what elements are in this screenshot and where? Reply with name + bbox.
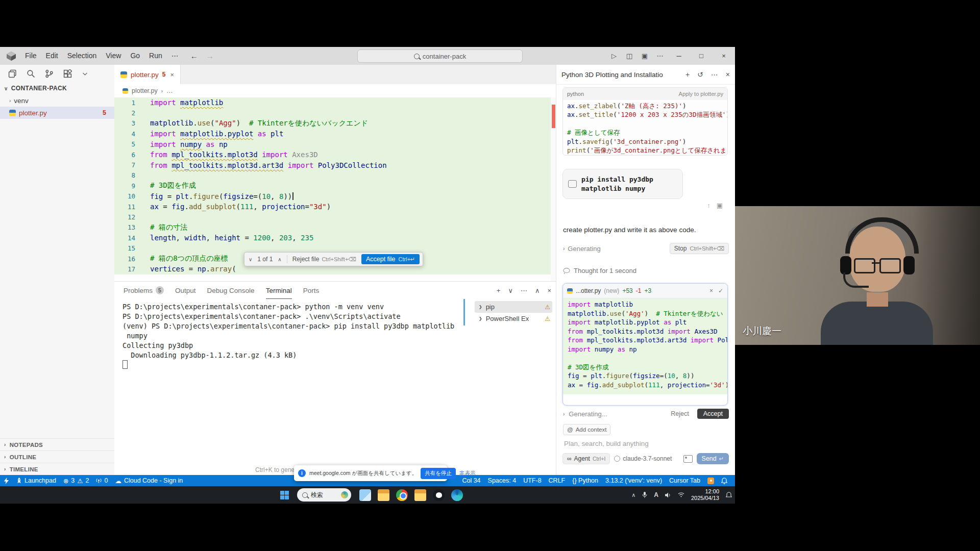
menu-item-[interactable]: ⋯ [167, 47, 183, 65]
add-context-chip[interactable]: @ Add context [563, 424, 610, 435]
chat-command-block[interactable]: pip install py3dbp matplotlib numpy [562, 169, 683, 199]
cloud-code-status[interactable]: ☁ Cloud Code - Sign in [111, 475, 186, 486]
menu-item-file[interactable]: File [20, 47, 41, 65]
edge-icon[interactable] [451, 489, 463, 501]
launchpad-status[interactable]: Launchpad [13, 475, 60, 486]
stop-button[interactable]: Stop Ctrl+Shift+⌫ [670, 243, 729, 254]
ime-mode[interactable]: A [654, 491, 658, 498]
sidebar-section-notepads[interactable]: ›NOTEPADS [0, 438, 114, 450]
reject-button[interactable]: Reject [667, 409, 693, 419]
code-line[interactable]: 11ax = fig.add_subplot(111, projection="… [114, 202, 556, 212]
terminal-output[interactable]: PS D:\projects\experimentals\contaner-pa… [122, 302, 467, 465]
code-line[interactable]: 3matplotlib.use("Agg") # Tkinterを使わないバック… [114, 118, 556, 129]
panel-tab-ports[interactable]: Ports [303, 282, 320, 299]
line-number[interactable]: 11 [114, 203, 135, 211]
tree-item-venv[interactable]: › venv [0, 94, 114, 107]
panel-tab-debug-console[interactable]: Debug Console [207, 282, 255, 299]
close-panel-icon[interactable]: × [547, 287, 551, 294]
line-number[interactable]: 15 [114, 244, 135, 252]
hide-banner-link[interactable]: 非表示 [459, 470, 476, 477]
extensions-icon[interactable] [63, 69, 72, 78]
line-number[interactable]: 5 [114, 140, 135, 148]
terminal-session-pip[interactable]: ❯pip⚠ [475, 301, 552, 313]
code-line[interactable]: 7from mpl_toolkits.mplot3d.art3d import … [114, 160, 556, 170]
menu-item-edit[interactable]: Edit [41, 47, 63, 65]
explorer-icon[interactable] [8, 69, 17, 78]
search-icon[interactable] [27, 69, 35, 78]
explorer-section-header[interactable]: ∨ CONTANER-PACK [0, 82, 114, 94]
encoding[interactable]: UTF-8 [520, 475, 545, 486]
accept-button[interactable]: Accept [697, 409, 729, 419]
folder-icon[interactable] [414, 489, 426, 501]
ports-status[interactable]: 0 [92, 475, 111, 486]
maximize-panel-icon[interactable]: ∧ [535, 287, 540, 294]
line-number[interactable]: 12 [114, 213, 135, 221]
line-number[interactable]: 10 [114, 192, 135, 200]
more-actions-icon[interactable]: ⋯ [711, 70, 718, 79]
diff-code-body[interactable]: import matplotlibmatplotlib.use('Agg') #… [563, 298, 727, 394]
tray-chevron-icon[interactable]: ∧ [631, 492, 635, 498]
layout-action-icon-2[interactable]: ▣ [637, 52, 652, 60]
notifications[interactable] [718, 475, 731, 486]
menu-item-view[interactable]: View [101, 47, 126, 65]
chat-input[interactable] [563, 437, 728, 449]
close-chat-icon[interactable]: × [726, 70, 730, 79]
pin-status[interactable] [704, 475, 718, 486]
line-number[interactable]: 8 [114, 171, 135, 179]
taskbar-search[interactable]: 検索 [297, 488, 351, 502]
nav-forward-icon[interactable]: → [206, 52, 214, 60]
sidebar-section-timeline[interactable]: ›TIMELINE [0, 463, 114, 475]
line-number[interactable]: 3 [114, 119, 135, 127]
code-line[interactable]: 13# 箱の寸法 [114, 222, 556, 233]
diff-reject-icon[interactable]: × [709, 287, 713, 294]
code-line[interactable]: 4import matplotlib.pyplot as plt [114, 129, 556, 139]
line-number[interactable]: 16 [114, 255, 135, 263]
chevron-down-icon[interactable] [82, 70, 88, 77]
taskbar-clock[interactable]: 12:00 2025/04/13 [691, 488, 719, 502]
line-number[interactable]: 4 [114, 130, 135, 138]
tab-plotter[interactable]: plotter.py 5 × [114, 65, 181, 84]
github-icon[interactable] [433, 489, 445, 501]
start-button[interactable] [280, 491, 289, 499]
task-view-icon[interactable] [359, 489, 371, 501]
source-control-icon[interactable] [45, 69, 54, 78]
model-selector[interactable]: claude-3.7-sonnet [614, 455, 672, 462]
maximize-button[interactable]: □ [690, 47, 713, 65]
diff-file-name[interactable]: ...otter.py [576, 287, 601, 294]
stop-sharing-button[interactable]: 共有を停止 [421, 468, 456, 479]
panel-tab-problems[interactable]: Problems5 [124, 282, 164, 299]
line-number[interactable]: 9 [114, 182, 135, 190]
send-button[interactable]: Send ↵ [697, 453, 729, 464]
more-actions-icon[interactable]: ⋯ [521, 287, 527, 294]
agent-mode-selector[interactable]: ∞ Agent Ctrl+I [562, 453, 610, 464]
code-line[interactable]: 6from mpl_toolkits.mplot3d import Axes3D [114, 149, 556, 160]
line-number[interactable]: 1 [114, 99, 135, 107]
speaker-icon[interactable] [665, 492, 671, 498]
code-line[interactable]: 14length, width, height = 1200, 203, 235 [114, 233, 556, 243]
code-line[interactable]: 2 [114, 108, 556, 118]
terminal-profile-chevron-icon[interactable]: ∨ [508, 287, 513, 294]
menu-item-go[interactable]: Go [126, 47, 144, 65]
line-number[interactable]: 13 [114, 223, 135, 231]
nav-back-icon[interactable]: ← [190, 52, 198, 60]
problems-status[interactable]: ⊗ 3 ⚠ 2 [60, 475, 93, 486]
line-number[interactable]: 17 [114, 265, 135, 273]
notification-bell-icon[interactable] [726, 492, 732, 498]
panel-tab-terminal[interactable]: Terminal [266, 282, 292, 299]
attach-image-icon[interactable] [683, 455, 693, 463]
code-line[interactable]: 1import matplotlib [114, 97, 556, 108]
code-line[interactable]: 8 [114, 170, 556, 181]
history-icon[interactable]: ↺ [697, 70, 703, 79]
new-chat-icon[interactable]: + [685, 70, 690, 79]
new-terminal-icon[interactable]: + [497, 287, 501, 294]
panel-tab-output[interactable]: Output [175, 282, 196, 299]
next-change-icon[interactable]: ∧ [278, 257, 281, 262]
language-mode[interactable]: {} Python [569, 475, 602, 486]
remote-indicator[interactable] [0, 475, 13, 486]
wifi-icon[interactable] [678, 492, 684, 497]
diff-accept-icon[interactable]: ✓ [718, 287, 723, 294]
indentation[interactable]: Spaces: 4 [484, 475, 520, 486]
code-line[interactable]: 10fig = plt.figure(figsize=(10, 8)) [114, 191, 556, 202]
chrome-icon[interactable] [396, 489, 408, 501]
mic-icon[interactable] [642, 492, 647, 498]
